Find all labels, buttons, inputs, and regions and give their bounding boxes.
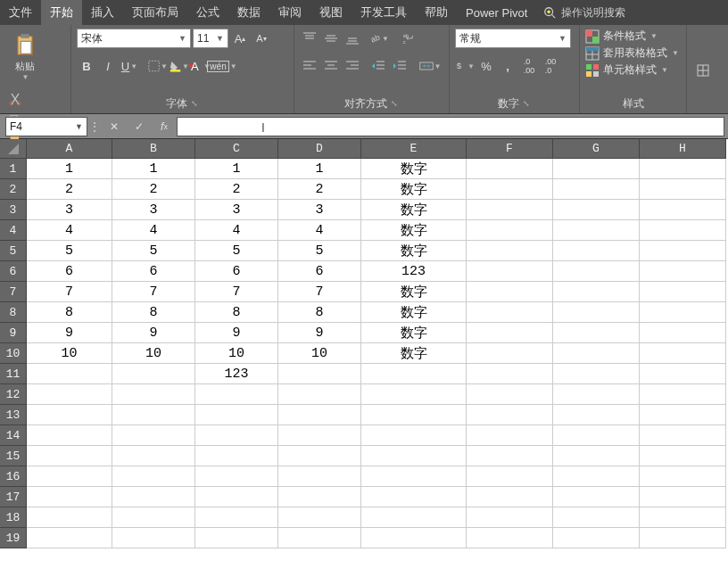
cell-E4[interactable]: 数字 bbox=[361, 220, 467, 241]
cell-G18[interactable] bbox=[553, 507, 640, 528]
cell-F3[interactable] bbox=[467, 200, 553, 220]
cell-F19[interactable] bbox=[467, 528, 553, 548]
cell-G4[interactable] bbox=[553, 220, 640, 241]
cell-G3[interactable] bbox=[553, 200, 640, 220]
decrease-font-button[interactable]: A▾ bbox=[252, 29, 271, 48]
cell-G6[interactable] bbox=[553, 261, 640, 282]
cell-E1[interactable]: 数字 bbox=[361, 159, 467, 179]
cells-insert-icon[interactable] bbox=[693, 61, 713, 80]
enter-formula-button[interactable]: ✓ bbox=[127, 117, 152, 136]
cell-D11[interactable] bbox=[278, 364, 361, 384]
cell-G15[interactable] bbox=[553, 446, 640, 466]
cell-A5[interactable]: 5 bbox=[27, 241, 112, 261]
menu-插入[interactable]: 插入 bbox=[82, 0, 123, 25]
cell-E17[interactable] bbox=[361, 487, 467, 507]
cell-D4[interactable]: 4 bbox=[278, 220, 361, 241]
cell-F6[interactable] bbox=[467, 261, 553, 282]
cell-A8[interactable]: 8 bbox=[27, 302, 112, 323]
cell-B9[interactable]: 9 bbox=[112, 323, 195, 343]
cell-H3[interactable] bbox=[640, 200, 726, 220]
cell-A18[interactable] bbox=[27, 507, 112, 528]
merge-center-button[interactable]: ▼ bbox=[417, 56, 443, 76]
col-header-H[interactable]: H bbox=[640, 139, 726, 159]
cell-G9[interactable] bbox=[553, 323, 640, 343]
cell-C10[interactable]: 10 bbox=[195, 343, 278, 364]
row-header-8[interactable]: 8 bbox=[0, 302, 27, 323]
decrease-decimal-button[interactable]: .00.0 bbox=[541, 56, 560, 76]
cell-A17[interactable] bbox=[27, 487, 112, 507]
row-header-14[interactable]: 14 bbox=[0, 425, 27, 446]
cell-F7[interactable] bbox=[467, 282, 553, 302]
cut-button[interactable] bbox=[5, 89, 25, 109]
cell-H15[interactable] bbox=[640, 446, 726, 466]
row-header-19[interactable]: 19 bbox=[0, 528, 27, 548]
cell-D16[interactable] bbox=[278, 466, 361, 487]
cell-A12[interactable] bbox=[27, 384, 112, 405]
cell-F12[interactable] bbox=[467, 384, 553, 405]
cell-A14[interactable] bbox=[27, 425, 112, 446]
menu-数据[interactable]: 数据 bbox=[228, 0, 269, 25]
row-header-13[interactable]: 13 bbox=[0, 405, 27, 425]
cell-C18[interactable] bbox=[195, 507, 278, 528]
cell-A4[interactable]: 4 bbox=[27, 220, 112, 241]
cell-C2[interactable]: 2 bbox=[195, 179, 278, 200]
row-header-10[interactable]: 10 bbox=[0, 343, 27, 364]
row-header-15[interactable]: 15 bbox=[0, 446, 27, 466]
phonetic-button[interactable]: wén▼ bbox=[212, 56, 232, 76]
cell-H1[interactable] bbox=[640, 159, 726, 179]
row-header-4[interactable]: 4 bbox=[0, 220, 27, 241]
insert-function-button[interactable]: fx bbox=[152, 117, 177, 136]
col-header-D[interactable]: D bbox=[278, 139, 361, 159]
cell-F17[interactable] bbox=[467, 487, 553, 507]
cell-D8[interactable]: 8 bbox=[278, 302, 361, 323]
cell-D14[interactable] bbox=[278, 425, 361, 446]
border-button[interactable]: ▼ bbox=[148, 56, 168, 76]
align-middle-button[interactable] bbox=[321, 29, 341, 48]
align-bottom-button[interactable] bbox=[343, 29, 362, 48]
cell-A19[interactable] bbox=[27, 528, 112, 548]
name-box[interactable]: F4▼ bbox=[5, 117, 87, 136]
cell-H19[interactable] bbox=[640, 528, 726, 548]
cell-G1[interactable] bbox=[553, 159, 640, 179]
cell-A7[interactable]: 7 bbox=[27, 282, 112, 302]
cell-G13[interactable] bbox=[553, 405, 640, 425]
cell-G10[interactable] bbox=[553, 343, 640, 364]
cell-D2[interactable]: 2 bbox=[278, 179, 361, 200]
cell-E6[interactable]: 123 bbox=[361, 261, 467, 282]
tell-me-search[interactable]: 操作说明搜索 bbox=[536, 0, 633, 25]
format-as-table-button[interactable]: 套用表格格式▼ bbox=[585, 45, 681, 61]
cell-F16[interactable] bbox=[467, 466, 553, 487]
conditional-format-button[interactable]: 条件格式▼ bbox=[585, 29, 681, 44]
row-header-18[interactable]: 18 bbox=[0, 507, 27, 528]
align-top-button[interactable] bbox=[300, 29, 319, 48]
cell-B18[interactable] bbox=[112, 507, 195, 528]
cell-A15[interactable] bbox=[27, 446, 112, 466]
row-header-1[interactable]: 1 bbox=[0, 159, 27, 179]
cell-C14[interactable] bbox=[195, 425, 278, 446]
cell-H9[interactable] bbox=[640, 323, 726, 343]
cell-E9[interactable]: 数字 bbox=[361, 323, 467, 343]
cell-A6[interactable]: 6 bbox=[27, 261, 112, 282]
increase-font-button[interactable]: A▴ bbox=[230, 29, 250, 48]
cell-F2[interactable] bbox=[467, 179, 553, 200]
cell-B6[interactable]: 6 bbox=[112, 261, 195, 282]
orientation-button[interactable]: ab▼ bbox=[369, 29, 389, 48]
cell-F5[interactable] bbox=[467, 241, 553, 261]
cell-B7[interactable]: 7 bbox=[112, 282, 195, 302]
cell-G11[interactable] bbox=[553, 364, 640, 384]
cell-styles-button[interactable]: 单元格样式▼ bbox=[585, 62, 681, 78]
cell-A16[interactable] bbox=[27, 466, 112, 487]
cell-C17[interactable] bbox=[195, 487, 278, 507]
cell-B16[interactable] bbox=[112, 466, 195, 487]
cell-B3[interactable]: 3 bbox=[112, 200, 195, 220]
row-header-5[interactable]: 5 bbox=[0, 241, 27, 261]
col-header-C[interactable]: C bbox=[195, 139, 278, 159]
cell-E5[interactable]: 数字 bbox=[361, 241, 467, 261]
cell-C16[interactable] bbox=[195, 466, 278, 487]
cell-B11[interactable] bbox=[112, 364, 195, 384]
cell-G16[interactable] bbox=[553, 466, 640, 487]
menu-审阅[interactable]: 审阅 bbox=[269, 0, 310, 25]
increase-indent-button[interactable] bbox=[390, 56, 410, 76]
row-header-11[interactable]: 11 bbox=[0, 364, 27, 384]
cell-D5[interactable]: 5 bbox=[278, 241, 361, 261]
